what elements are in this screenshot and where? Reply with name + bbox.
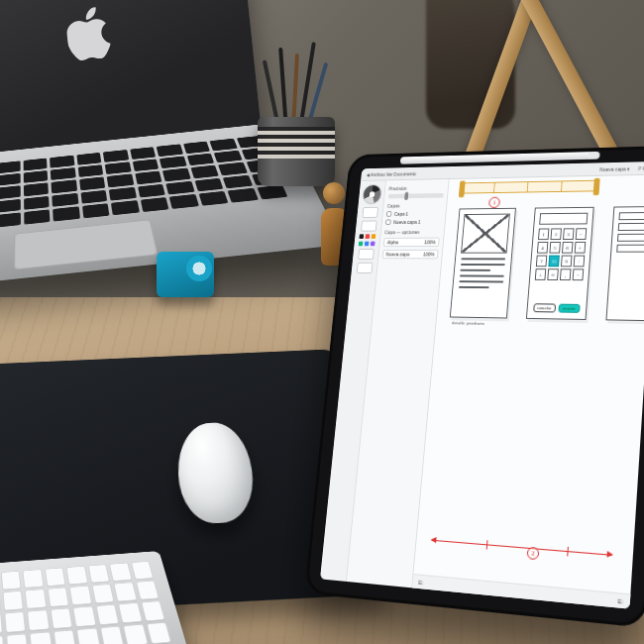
tape-dispenser [157, 252, 214, 297]
sculpture [426, 0, 515, 129]
keypad-key[interactable]: 1 [538, 229, 549, 241]
keypad-key[interactable]: 0 [547, 268, 559, 280]
alignment-ruler[interactable] [461, 180, 598, 194]
form-row[interactable] [617, 234, 644, 242]
annotation-number: 2 [531, 549, 535, 558]
annotation-marker[interactable]: 2 [527, 547, 540, 561]
form-row[interactable] [616, 245, 644, 253]
panel-heading-options: Capa — opciones [384, 229, 441, 235]
panel-heading-layers: Capas [387, 202, 443, 208]
status-right: E: [617, 597, 623, 604]
tool-button[interactable] [358, 249, 375, 260]
artboard-caption: detalle producto [452, 320, 485, 325]
keypad-display[interactable] [539, 213, 588, 225]
visibility-toggle-icon[interactable] [385, 219, 391, 225]
field-label: Nueva capa [385, 252, 409, 258]
annotation-marker[interactable]: 1 [488, 197, 500, 208]
layer-row[interactable]: Nueva capa 1 [385, 219, 441, 225]
precision-slider[interactable] [388, 193, 444, 199]
measurement-guide[interactable] [432, 540, 612, 556]
layer-label: Capa 1 [394, 211, 409, 217]
annotation-number: 1 [492, 199, 496, 207]
keypad-key[interactable]: 4 [537, 242, 548, 254]
keypad-key[interactable]: ÷ [574, 256, 586, 268]
keypad-key[interactable]: 5 [549, 242, 561, 254]
keypad-grid[interactable]: 123−456×7159÷±0,= [535, 228, 588, 280]
pro-badge: PRO [638, 164, 644, 170]
design-app: ◀ Archivo Ver Documento Nueva capa ▾ PRO [320, 161, 644, 609]
menubar-left[interactable]: ◀ Archivo Ver Documento [367, 170, 417, 177]
canvas[interactable]: 1 detalle producto 123−456×7159÷±0, [412, 175, 644, 609]
panel-heading-precision: Precisión [388, 185, 444, 192]
field-label: Alpha [386, 240, 398, 246]
keypad-key[interactable]: 15 [548, 256, 560, 268]
keypad-key[interactable]: ± [535, 268, 546, 280]
keypad-key[interactable]: 6 [562, 242, 574, 254]
keypad-key[interactable]: 2 [550, 228, 562, 240]
keypad-key[interactable]: 3 [563, 228, 575, 240]
form-row[interactable] [618, 212, 644, 220]
wireframe-artboard-form[interactable]: aquí pulsar validaciones [605, 206, 644, 321]
keypad-key[interactable]: − [576, 228, 588, 240]
ruler-handle-icon[interactable] [593, 178, 600, 195]
ipad-tablet: ◀ Archivo Ver Documento Nueva capa ▾ PRO [304, 146, 644, 628]
layer-row[interactable]: Capa 1 [386, 211, 442, 217]
field-value: 100% [424, 240, 436, 246]
keypad-key[interactable]: , [560, 268, 572, 280]
alpha-field[interactable]: Alpha 100% [383, 238, 440, 247]
color-wheel-icon[interactable] [362, 184, 382, 204]
cancel-button[interactable]: cancelar [533, 303, 555, 312]
image-placeholder-icon[interactable] [461, 214, 510, 254]
nueva-capa-field[interactable]: Nueva capa 100% [382, 250, 439, 259]
swatch-row[interactable] [359, 234, 376, 239]
layer-label: Nueva capa 1 [393, 219, 421, 225]
swatch-row[interactable] [359, 242, 376, 247]
visibility-toggle-icon[interactable] [386, 211, 392, 217]
keypad-key[interactable]: 9 [561, 256, 573, 268]
status-left: E: [418, 579, 424, 586]
tool-button[interactable] [362, 207, 378, 218]
ruler-handle-icon[interactable] [459, 181, 466, 198]
apple-logo-icon [64, 6, 115, 62]
form-row[interactable] [618, 223, 644, 231]
keypad-key[interactable]: = [573, 268, 585, 280]
tool-button[interactable] [356, 263, 373, 273]
keypad-key[interactable]: 7 [536, 256, 547, 268]
menubar-right[interactable]: Nueva capa ▾ [599, 165, 630, 171]
tool-button[interactable] [361, 221, 377, 232]
accept-button[interactable]: aceptar [558, 304, 581, 313]
field-value: 100% [423, 252, 435, 258]
pen-cup [258, 99, 335, 186]
wireframe-artboard-keypad[interactable]: 123−456×7159÷±0,= cancelar aceptar [526, 207, 594, 320]
wireframe-artboard-detail[interactable]: detalle producto [450, 208, 516, 319]
keypad-key[interactable]: × [575, 242, 587, 254]
laptop-trackpad [14, 219, 159, 269]
